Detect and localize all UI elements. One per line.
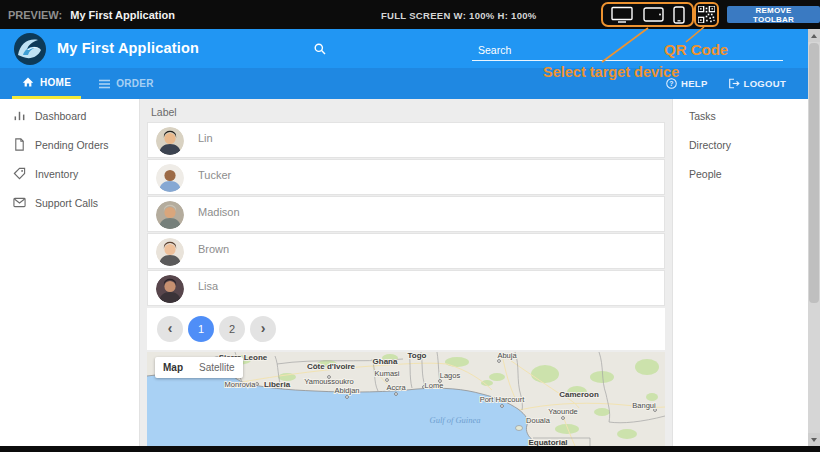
map-city-dot (501, 405, 504, 408)
map-type-satellite-button[interactable]: Satellite (191, 357, 243, 378)
map-city-dot (395, 393, 398, 396)
map-label: Monrovia (225, 380, 257, 389)
list-item[interactable]: Madison (147, 196, 665, 232)
map-label: Liberia (264, 380, 291, 389)
map-label: Kumasi (374, 369, 399, 378)
help-label: HELP (681, 78, 708, 89)
avatar (156, 201, 184, 229)
pagination: ‹ 1 2 › (147, 308, 665, 350)
right-panel-item-people[interactable]: People (673, 159, 808, 188)
sidebar-item-label: Support Calls (35, 197, 98, 209)
map-city-dot (562, 417, 565, 420)
scroll-down-icon (811, 438, 817, 442)
map-label: Accra (386, 383, 406, 392)
right-panel: Tasks Directory People (672, 99, 808, 446)
list-column-header: Label (147, 103, 665, 121)
search-icon[interactable] (314, 43, 326, 55)
avatar (156, 127, 184, 155)
map-label: Bangui (632, 401, 656, 410)
map-type-control: Map Satellite (155, 357, 243, 378)
search-input[interactable]: Search (472, 41, 783, 61)
scrollbar-thumb[interactable] (809, 43, 819, 303)
main-nav: HOME ORDER ? HELP (0, 68, 808, 99)
page-title: My First Application (57, 40, 199, 56)
map-label: Abuja (497, 352, 517, 360)
preview-title: PREVIEW: My First Application (8, 9, 175, 21)
bottom-black-bar (0, 446, 820, 452)
scroll-down-button[interactable] (808, 433, 820, 446)
sidebar-item-pending-orders[interactable]: Pending Orders (0, 130, 139, 159)
avatar (156, 275, 184, 303)
tab-order-label: ORDER (116, 78, 154, 89)
sidebar-item-dashboard[interactable]: Dashboard (0, 101, 139, 130)
tab-home[interactable]: HOME (12, 68, 81, 99)
person-name: Lisa (198, 280, 218, 292)
qr-code-icon (698, 6, 715, 23)
sidebar-item-support-calls[interactable]: Support Calls (0, 188, 139, 217)
list-item[interactable]: Tucker (147, 159, 665, 195)
desktop-device-icon[interactable] (610, 6, 634, 23)
list-icon (99, 79, 110, 89)
preview-label: PREVIEW: (8, 9, 62, 21)
app-header: My First Application Search (0, 29, 808, 68)
map-label: Abidjan (334, 386, 359, 395)
pagination-next-button[interactable]: › (250, 316, 276, 342)
device-selector-group (601, 2, 694, 27)
map-label: Yaounde (548, 407, 577, 416)
avatar (156, 164, 184, 192)
list-item[interactable]: Brown (147, 233, 665, 269)
nav-right-links: ? HELP LOGOUT (666, 68, 808, 99)
tab-home-label: HOME (40, 77, 71, 88)
vertical-scrollbar[interactable] (808, 29, 820, 446)
person-name: Tucker (198, 169, 231, 181)
sidebar-item-label: Inventory (35, 168, 78, 180)
main-content: Label Lin (147, 99, 665, 446)
list-item[interactable]: Lin (147, 122, 665, 158)
remove-toolbar-button[interactable]: REMOVE TOOLBAR (727, 6, 820, 23)
map-city-dot (346, 396, 349, 399)
map-type-map-button[interactable]: Map (155, 357, 191, 378)
person-name: Lin (198, 132, 213, 144)
map-widget[interactable]: Map Satellite (147, 352, 665, 446)
list-item[interactable]: Lisa (147, 270, 665, 306)
help-link[interactable]: ? HELP (666, 78, 708, 89)
mail-icon (13, 197, 26, 208)
svg-text:?: ? (669, 80, 673, 87)
right-panel-item-directory[interactable]: Directory (673, 130, 808, 159)
fullscreen-info: FULL SCREEN W: 100% H: 100% (381, 10, 537, 21)
map-city-dot (439, 380, 442, 383)
avatar (156, 238, 184, 266)
map-label: Cameroon (559, 390, 599, 399)
scroll-up-button[interactable] (808, 29, 820, 42)
map-label: Togo (408, 352, 427, 360)
document-icon (13, 138, 26, 151)
sidebar-item-label: Dashboard (35, 110, 86, 122)
qr-code-button[interactable] (694, 2, 719, 27)
map-label: Ghana (373, 357, 398, 366)
tablet-device-icon[interactable] (643, 7, 664, 22)
app-preview-window: PREVIEW: My First Application FULL SCREE… (0, 0, 820, 452)
sidebar-item-inventory[interactable]: Inventory (0, 159, 139, 188)
person-name: Brown (198, 243, 229, 255)
logout-label: LOGOUT (744, 78, 786, 89)
map-label: Port Harcourt (480, 395, 526, 404)
map-label: Côte d'Ivoire (307, 362, 356, 371)
map-city-dot (498, 360, 501, 363)
tag-icon (13, 167, 26, 180)
pagination-prev-button[interactable]: ‹ (157, 316, 183, 342)
logout-icon (728, 78, 740, 89)
logout-link[interactable]: LOGOUT (728, 78, 786, 89)
app-logo-wave-icon (13, 32, 47, 66)
map-city-dot (256, 383, 259, 386)
phone-device-icon[interactable] (673, 6, 685, 24)
map-label: Equatorial (528, 438, 567, 446)
help-icon: ? (666, 78, 677, 89)
tab-order[interactable]: ORDER (89, 68, 164, 99)
left-sidebar: Dashboard Pending Orders Inventory Suppo… (0, 99, 140, 446)
pagination-page-2[interactable]: 2 (219, 316, 245, 342)
scroll-up-icon (811, 34, 817, 38)
sidebar-item-label: Pending Orders (35, 139, 109, 151)
map-label: Lagos (440, 371, 461, 380)
right-panel-item-tasks[interactable]: Tasks (673, 101, 808, 130)
pagination-page-1[interactable]: 1 (188, 316, 214, 342)
